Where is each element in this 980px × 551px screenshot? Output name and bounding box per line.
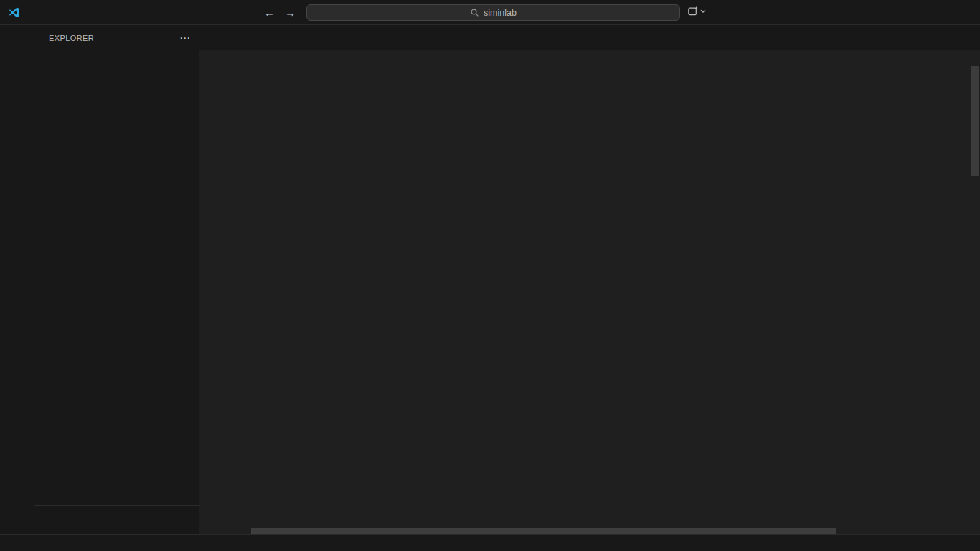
horizontal-scrollbar-thumb[interactable] [251,528,836,534]
code-editor[interactable] [199,66,980,534]
search-icon [470,8,479,17]
back-arrow-icon[interactable]: ← [264,6,275,19]
vertical-scrollbar[interactable] [970,66,980,534]
command-center-search[interactable]: siminlab [306,4,680,21]
forward-arrow-icon[interactable]: → [285,6,296,19]
file-tree [34,50,199,505]
explorer-sidebar: EXPLORER ⋯ [34,25,199,534]
vertical-scrollbar-thumb[interactable] [971,66,979,176]
history-nav: ← → [264,6,296,19]
explorer-title: EXPLORER [49,34,94,42]
copilot-icon[interactable] [687,6,706,17]
editor-actions [960,25,980,50]
activity-bar [0,25,34,534]
explorer-sections [34,505,199,506]
search-value: siminlab [484,8,517,18]
breadcrumb [199,50,980,66]
minimap[interactable] [895,66,970,534]
horizontal-scrollbar[interactable] [251,528,887,534]
tree-indent-guide [70,136,70,342]
status-bar [0,534,980,551]
explorer-more-actions-icon[interactable]: ⋯ [179,32,190,44]
vscode-logo-icon [8,6,20,19]
title-bar: ← → siminlab [0,0,980,25]
editor-group [199,25,980,534]
